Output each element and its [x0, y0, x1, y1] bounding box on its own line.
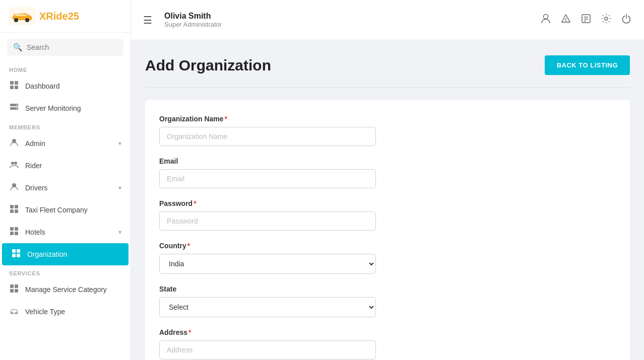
svg-rect-26: [17, 254, 20, 257]
back-to-listing-button[interactable]: BACK TO LISTING: [545, 55, 630, 75]
field-email: Email: [159, 157, 616, 188]
topbar: ☰ Olivia Smith Super Administrator: [131, 0, 644, 40]
field-password: Password*: [159, 199, 616, 231]
field-state: State Select Maharashtra Delhi Karnataka…: [159, 285, 616, 317]
search-icon: 🔍: [13, 43, 23, 52]
svg-point-13: [14, 162, 17, 165]
form-card: Organization Name* Email Password*: [145, 100, 630, 360]
sidebar-item-vehicle-type-label: Vehicle Type: [25, 308, 65, 316]
svg-point-33: [544, 15, 548, 19]
svg-rect-3: [10, 81, 14, 85]
settings-icon[interactable]: [601, 13, 612, 27]
chevron-down-icon-3: ▾: [118, 229, 121, 236]
logo-icon: [9, 7, 35, 25]
field-country: Country* India USA UK Canada Australia: [159, 242, 616, 274]
vehicle-type-icon: [9, 306, 19, 317]
sidebar-item-admin-label: Admin: [25, 139, 45, 148]
svg-rect-29: [10, 289, 14, 293]
org-name-input[interactable]: [159, 127, 376, 146]
alert-icon[interactable]: [560, 13, 571, 27]
svg-rect-30: [15, 289, 18, 293]
field-address: Address*: [159, 328, 616, 359]
search-input[interactable]: [27, 43, 117, 51]
sidebar-item-taxi-fleet[interactable]: Taxi Fleet Company: [0, 199, 131, 221]
taxi-fleet-icon: [9, 204, 19, 215]
svg-rect-28: [15, 284, 18, 288]
sidebar-item-server-label: Server Monitoring: [25, 104, 81, 112]
user-info: Olivia Smith Super Administrator: [164, 12, 532, 28]
sidebar-item-organization[interactable]: Organization: [2, 243, 128, 265]
user-name: Olivia Smith: [164, 12, 532, 21]
svg-rect-18: [15, 209, 18, 213]
svg-point-32: [15, 312, 17, 314]
sidebar-item-vehicle-type[interactable]: Vehicle Type: [0, 301, 131, 323]
password-label: Password*: [159, 199, 616, 207]
svg-rect-21: [10, 232, 14, 235]
field-org-name: Organization Name*: [159, 115, 616, 146]
user-role: Super Administrator: [164, 21, 532, 28]
admin-icon: [9, 138, 19, 149]
state-select[interactable]: Select Maharashtra Delhi Karnataka Tamil…: [159, 297, 376, 317]
sidebar: XRide25 🔍 HOME Dashboard Server Monitori…: [0, 0, 131, 360]
svg-rect-27: [10, 284, 14, 288]
address-label: Address*: [159, 328, 616, 336]
sidebar-item-hotels[interactable]: Hotels ▾: [0, 221, 131, 243]
logo: XRide25: [0, 0, 131, 33]
svg-point-10: [16, 108, 17, 109]
logo-text: XRide25: [39, 11, 79, 22]
svg-rect-17: [10, 209, 14, 213]
svg-point-34: [565, 21, 566, 22]
sidebar-item-organization-label: Organization: [27, 250, 67, 258]
content-header: Add Organization BACK TO LISTING: [145, 55, 630, 75]
user-profile-icon[interactable]: [540, 13, 551, 27]
sidebar-item-manage-service-label: Manage Service Category: [25, 285, 107, 294]
sidebar-item-rider[interactable]: Rider: [0, 155, 131, 177]
section-services: SERVICES: [0, 265, 131, 278]
svg-rect-22: [15, 232, 18, 235]
header-divider: [145, 87, 630, 88]
menu-toggle-icon[interactable]: ☰: [143, 14, 152, 26]
page-title: Add Organization: [145, 57, 271, 74]
rider-icon: [9, 160, 19, 171]
server-monitoring-icon: [9, 103, 19, 114]
sidebar-item-drivers[interactable]: Drivers ▾: [0, 177, 131, 199]
sidebar-item-manage-service[interactable]: Manage Service Category: [0, 278, 131, 301]
organization-icon: [11, 249, 21, 260]
svg-rect-5: [10, 86, 14, 89]
topbar-actions: [540, 13, 632, 27]
country-label: Country*: [159, 242, 616, 250]
org-name-label: Organization Name*: [159, 115, 616, 123]
sidebar-item-dashboard[interactable]: Dashboard: [0, 75, 131, 97]
address-input[interactable]: [159, 340, 376, 359]
sidebar-item-server-monitoring[interactable]: Server Monitoring: [0, 97, 131, 119]
section-home: HOME: [0, 62, 131, 75]
svg-rect-24: [17, 249, 20, 253]
notes-icon[interactable]: [581, 13, 592, 27]
svg-rect-4: [15, 81, 18, 85]
email-input[interactable]: [159, 169, 376, 188]
country-select[interactable]: India USA UK Canada Australia: [159, 254, 376, 274]
state-label: State: [159, 285, 616, 293]
password-input[interactable]: [159, 211, 376, 231]
search-box[interactable]: 🔍: [7, 39, 123, 56]
section-members: MEMBERS: [0, 119, 131, 132]
sidebar-item-hotels-label: Hotels: [25, 228, 45, 236]
svg-rect-25: [12, 254, 16, 257]
svg-rect-15: [10, 205, 14, 208]
dashboard-icon: [9, 81, 19, 92]
power-icon[interactable]: [621, 13, 632, 27]
svg-point-31: [11, 312, 13, 314]
sidebar-item-drivers-label: Drivers: [25, 184, 47, 192]
sidebar-item-dashboard-label: Dashboard: [25, 82, 60, 90]
svg-point-2: [25, 18, 29, 22]
svg-point-12: [11, 162, 14, 165]
chevron-down-icon: ▾: [118, 140, 121, 147]
hotels-icon: [9, 227, 19, 238]
email-label: Email: [159, 157, 616, 165]
svg-rect-23: [12, 249, 16, 253]
content-area: Add Organization BACK TO LISTING Organiz…: [131, 40, 644, 360]
svg-rect-16: [15, 205, 18, 208]
sidebar-item-admin[interactable]: Admin ▾: [0, 132, 131, 155]
manage-service-icon: [9, 284, 19, 295]
main-area: ☰ Olivia Smith Super Administrator: [131, 0, 644, 360]
